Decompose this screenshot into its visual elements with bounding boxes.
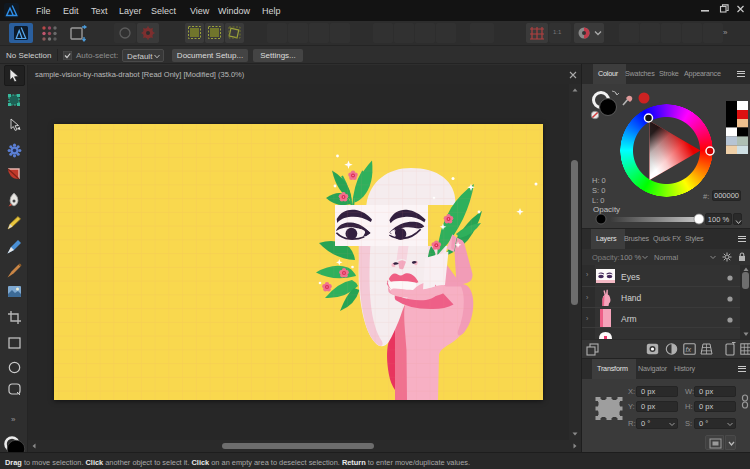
svg-text:fx: fx	[686, 346, 692, 353]
